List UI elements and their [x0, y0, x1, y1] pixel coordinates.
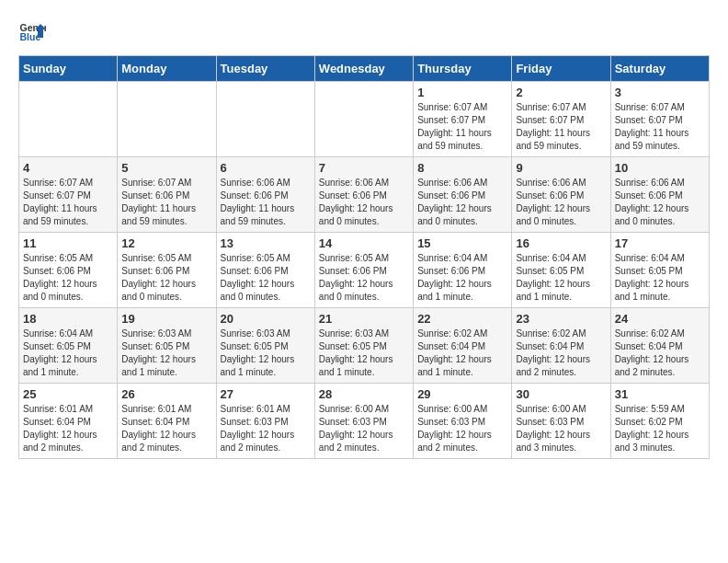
day-number: 29 [417, 387, 507, 401]
day-info: Sunrise: 6:07 AMSunset: 6:07 PMDaylight:… [615, 101, 705, 153]
day-info: Sunrise: 6:05 AMSunset: 6:06 PMDaylight:… [23, 252, 113, 304]
calendar-cell [19, 82, 118, 157]
day-info: Sunrise: 6:05 AMSunset: 6:06 PMDaylight:… [221, 252, 311, 304]
day-info: Sunrise: 6:03 AMSunset: 6:05 PMDaylight:… [221, 327, 311, 379]
day-info: Sunrise: 6:04 AMSunset: 6:05 PMDaylight:… [516, 252, 606, 304]
calendar-cell: 14Sunrise: 6:05 AMSunset: 6:06 PMDayligh… [314, 233, 413, 308]
day-number: 4 [23, 161, 113, 175]
day-info: Sunrise: 6:02 AMSunset: 6:04 PMDaylight:… [516, 327, 606, 379]
day-number: 10 [615, 161, 705, 175]
day-info: Sunrise: 6:00 AMSunset: 6:03 PMDaylight:… [516, 403, 606, 454]
calendar-cell [216, 82, 314, 157]
day-number: 6 [221, 161, 311, 175]
page-header: General Blue [18, 18, 710, 46]
calendar-cell: 11Sunrise: 6:05 AMSunset: 6:06 PMDayligh… [19, 233, 118, 308]
day-info: Sunrise: 6:06 AMSunset: 6:06 PMDaylight:… [615, 177, 705, 228]
calendar-cell: 16Sunrise: 6:04 AMSunset: 6:05 PMDayligh… [512, 233, 610, 308]
day-number: 1 [417, 86, 507, 99]
calendar-cell: 4Sunrise: 6:07 AMSunset: 6:07 PMDaylight… [19, 157, 118, 233]
day-number: 17 [615, 236, 705, 250]
day-info: Sunrise: 6:03 AMSunset: 6:05 PMDaylight:… [319, 327, 409, 379]
day-info: Sunrise: 6:05 AMSunset: 6:06 PMDaylight:… [319, 252, 409, 304]
day-info: Sunrise: 6:07 AMSunset: 6:07 PMDaylight:… [23, 177, 113, 228]
day-number: 25 [23, 387, 113, 401]
calendar-week-3: 11Sunrise: 6:05 AMSunset: 6:06 PMDayligh… [19, 233, 710, 308]
day-info: Sunrise: 6:03 AMSunset: 6:05 PMDaylight:… [121, 327, 211, 379]
day-number: 20 [221, 312, 311, 326]
calendar-cell: 5Sunrise: 6:07 AMSunset: 6:06 PMDaylight… [118, 157, 216, 233]
day-header-saturday: Saturday [610, 56, 709, 82]
day-info: Sunrise: 6:07 AMSunset: 6:07 PMDaylight:… [516, 101, 606, 153]
day-info: Sunrise: 6:02 AMSunset: 6:04 PMDaylight:… [615, 327, 705, 379]
calendar-cell: 24Sunrise: 6:02 AMSunset: 6:04 PMDayligh… [610, 308, 709, 384]
calendar-cell: 23Sunrise: 6:02 AMSunset: 6:04 PMDayligh… [512, 308, 610, 384]
day-info: Sunrise: 6:00 AMSunset: 6:03 PMDaylight:… [417, 403, 507, 454]
day-number: 11 [23, 236, 113, 250]
day-number: 8 [417, 161, 507, 175]
day-info: Sunrise: 6:07 AMSunset: 6:07 PMDaylight:… [417, 101, 507, 153]
calendar-cell: 18Sunrise: 6:04 AMSunset: 6:05 PMDayligh… [19, 308, 118, 384]
day-number: 14 [319, 236, 409, 250]
calendar-cell: 30Sunrise: 6:00 AMSunset: 6:03 PMDayligh… [512, 384, 610, 459]
logo-icon: General Blue [18, 18, 46, 46]
day-info: Sunrise: 6:04 AMSunset: 6:05 PMDaylight:… [23, 327, 113, 379]
calendar-week-2: 4Sunrise: 6:07 AMSunset: 6:07 PMDaylight… [19, 157, 710, 233]
calendar-cell: 3Sunrise: 6:07 AMSunset: 6:07 PMDaylight… [610, 82, 709, 157]
day-info: Sunrise: 6:01 AMSunset: 6:04 PMDaylight:… [23, 403, 113, 454]
calendar-cell: 29Sunrise: 6:00 AMSunset: 6:03 PMDayligh… [414, 384, 512, 459]
day-number: 23 [516, 312, 606, 326]
calendar-table: SundayMondayTuesdayWednesdayThursdayFrid… [18, 55, 710, 459]
calendar-cell: 12Sunrise: 6:05 AMSunset: 6:06 PMDayligh… [118, 233, 216, 308]
day-info: Sunrise: 6:06 AMSunset: 6:06 PMDaylight:… [221, 177, 311, 228]
calendar-cell: 21Sunrise: 6:03 AMSunset: 6:05 PMDayligh… [314, 308, 413, 384]
calendar-cell: 31Sunrise: 5:59 AMSunset: 6:02 PMDayligh… [610, 384, 709, 459]
calendar-cell: 20Sunrise: 6:03 AMSunset: 6:05 PMDayligh… [216, 308, 314, 384]
day-number: 16 [516, 236, 606, 250]
day-number: 24 [615, 312, 705, 326]
calendar-cell: 25Sunrise: 6:01 AMSunset: 6:04 PMDayligh… [19, 384, 118, 459]
calendar-cell: 9Sunrise: 6:06 AMSunset: 6:06 PMDaylight… [512, 157, 610, 233]
calendar-cell: 19Sunrise: 6:03 AMSunset: 6:05 PMDayligh… [118, 308, 216, 384]
day-header-sunday: Sunday [19, 56, 118, 82]
calendar-cell: 6Sunrise: 6:06 AMSunset: 6:06 PMDaylight… [216, 157, 314, 233]
day-info: Sunrise: 6:07 AMSunset: 6:06 PMDaylight:… [121, 177, 211, 228]
day-number: 3 [615, 86, 705, 99]
day-info: Sunrise: 6:06 AMSunset: 6:06 PMDaylight:… [417, 177, 507, 228]
day-number: 22 [417, 312, 507, 326]
day-number: 30 [516, 387, 606, 401]
day-number: 15 [417, 236, 507, 250]
day-number: 27 [221, 387, 311, 401]
day-header-tuesday: Tuesday [216, 56, 314, 82]
day-number: 9 [516, 161, 606, 175]
day-number: 13 [221, 236, 311, 250]
day-number: 31 [615, 387, 705, 401]
calendar-cell [118, 82, 216, 157]
calendar-week-5: 25Sunrise: 6:01 AMSunset: 6:04 PMDayligh… [19, 384, 710, 459]
day-info: Sunrise: 6:06 AMSunset: 6:06 PMDaylight:… [319, 177, 409, 228]
day-number: 7 [319, 161, 409, 175]
day-info: Sunrise: 6:01 AMSunset: 6:03 PMDaylight:… [221, 403, 311, 454]
svg-text:Blue: Blue [20, 31, 41, 42]
day-number: 19 [121, 312, 211, 326]
day-number: 21 [319, 312, 409, 326]
calendar-cell: 7Sunrise: 6:06 AMSunset: 6:06 PMDaylight… [314, 157, 413, 233]
day-header-thursday: Thursday [414, 56, 512, 82]
calendar-cell: 27Sunrise: 6:01 AMSunset: 6:03 PMDayligh… [216, 384, 314, 459]
calendar-cell: 26Sunrise: 6:01 AMSunset: 6:04 PMDayligh… [118, 384, 216, 459]
day-header-friday: Friday [512, 56, 610, 82]
calendar-cell: 8Sunrise: 6:06 AMSunset: 6:06 PMDaylight… [414, 157, 512, 233]
day-number: 18 [23, 312, 113, 326]
calendar-body: 1Sunrise: 6:07 AMSunset: 6:07 PMDaylight… [19, 82, 710, 459]
calendar-cell: 15Sunrise: 6:04 AMSunset: 6:06 PMDayligh… [414, 233, 512, 308]
day-info: Sunrise: 6:02 AMSunset: 6:04 PMDaylight:… [417, 327, 507, 379]
day-info: Sunrise: 6:01 AMSunset: 6:04 PMDaylight:… [121, 403, 211, 454]
day-number: 28 [319, 387, 409, 401]
day-number: 12 [121, 236, 211, 250]
day-info: Sunrise: 6:04 AMSunset: 6:06 PMDaylight:… [417, 252, 507, 304]
day-number: 26 [121, 387, 211, 401]
day-number: 5 [121, 161, 211, 175]
calendar-header-row: SundayMondayTuesdayWednesdayThursdayFrid… [19, 56, 710, 82]
calendar-cell: 1Sunrise: 6:07 AMSunset: 6:07 PMDaylight… [414, 82, 512, 157]
calendar-cell: 13Sunrise: 6:05 AMSunset: 6:06 PMDayligh… [216, 233, 314, 308]
day-info: Sunrise: 6:06 AMSunset: 6:06 PMDaylight:… [516, 177, 606, 228]
